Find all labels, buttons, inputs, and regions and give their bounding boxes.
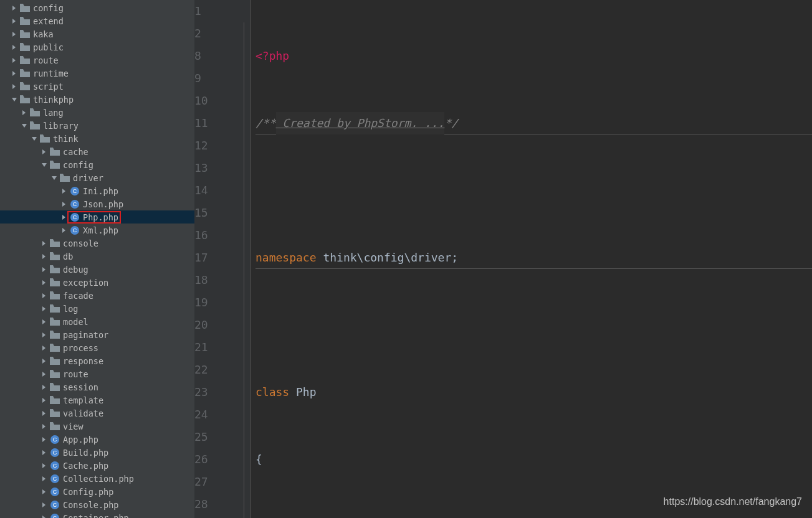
tree-item-kaka[interactable]: kaka (0, 27, 194, 40)
doc-comment-end: */ (444, 112, 458, 134)
line-number: 27 (194, 471, 227, 493)
chevron-right-icon[interactable] (41, 332, 47, 338)
chevron-right-icon[interactable] (41, 253, 47, 260)
line-number: 2 (194, 22, 227, 45)
tree-item-build-php[interactable]: CBuild.php (0, 446, 194, 459)
chevron-right-icon[interactable] (41, 384, 47, 390)
tree-item-label: facade (63, 291, 93, 301)
line-number: 26 (194, 448, 227, 471)
tree-item-app-php[interactable]: CApp.php (0, 433, 194, 446)
code-area[interactable]: <?php /** Created by PhpStorm. ...*/ nam… (251, 0, 812, 518)
tree-item-exception[interactable]: exception (0, 276, 194, 289)
chevron-right-icon[interactable] (41, 371, 47, 377)
php-file-icon: C (50, 435, 60, 445)
tree-item-think[interactable]: think (0, 132, 194, 145)
chevron-right-icon[interactable] (41, 280, 47, 286)
chevron-right-icon[interactable] (11, 31, 17, 37)
chevron-right-icon[interactable] (11, 5, 17, 11)
chevron-right-icon[interactable] (41, 266, 47, 273)
chevron-right-icon[interactable] (41, 515, 47, 519)
chevron-right-icon[interactable] (41, 502, 47, 508)
chevron-down-icon[interactable] (11, 97, 17, 103)
tree-item-console-php[interactable]: CConsole.php (0, 498, 194, 511)
tree-item-extend[interactable]: extend (0, 14, 194, 27)
chevron-right-icon[interactable] (11, 70, 17, 77)
tree-item-php-php[interactable]: CPhp.php (0, 210, 194, 224)
chevron-right-icon[interactable] (41, 319, 47, 325)
chevron-right-icon[interactable] (41, 149, 47, 155)
chevron-down-icon[interactable] (21, 123, 27, 129)
chevron-right-icon[interactable] (21, 110, 27, 116)
tree-item-config[interactable]: config (0, 1, 194, 14)
tree-item-route[interactable]: route (0, 54, 194, 67)
tree-item-driver[interactable]: driver (0, 171, 194, 184)
tree-item-template[interactable]: template (0, 393, 194, 407)
chevron-right-icon[interactable] (41, 293, 47, 299)
chevron-right-icon[interactable] (41, 306, 47, 312)
chevron-right-icon[interactable] (11, 44, 17, 50)
code-editor[interactable]: 1289101112131415161718192021222324252627… (194, 0, 812, 518)
tree-item-label: Xml.php (83, 225, 118, 235)
tree-item-model[interactable]: model (0, 315, 194, 328)
tree-item-view[interactable]: view (0, 420, 194, 433)
chevron-right-icon[interactable] (61, 227, 67, 233)
chevron-right-icon[interactable] (41, 476, 47, 482)
tree-item-cache-php[interactable]: CCache.php (0, 459, 194, 472)
project-tree[interactable]: configextendkakapublicrouteruntimescript… (0, 0, 194, 518)
line-number: 13 (194, 157, 227, 179)
folder-icon (50, 395, 60, 405)
tree-item-container-php[interactable]: CContainer.php (0, 511, 194, 518)
fold-gutter[interactable] (238, 0, 251, 518)
tree-item-xml-php[interactable]: CXml.php (0, 224, 194, 237)
chevron-right-icon[interactable] (41, 240, 47, 247)
chevron-right-icon[interactable] (41, 436, 47, 443)
tree-item-log[interactable]: log (0, 302, 194, 315)
tree-item-runtime[interactable]: runtime (0, 67, 194, 80)
tree-item-config[interactable]: config (0, 158, 194, 171)
chevron-right-icon[interactable] (61, 201, 67, 207)
tree-item-ini-php[interactable]: CIni.php (0, 184, 194, 197)
tree-item-public[interactable]: public (0, 40, 194, 54)
chevron-right-icon[interactable] (41, 489, 47, 495)
tree-item-session[interactable]: session (0, 380, 194, 393)
tree-item-script[interactable]: script (0, 80, 194, 93)
tree-item-label: view (63, 421, 84, 431)
folder-icon (20, 42, 30, 52)
var-config: $config (323, 516, 370, 518)
tree-item-label: Container.php (63, 513, 129, 519)
chevron-right-icon[interactable] (41, 450, 47, 456)
chevron-down-icon[interactable] (41, 162, 47, 168)
tree-item-config-php[interactable]: CConfig.php (0, 485, 194, 498)
tree-item-label: runtime (33, 68, 69, 78)
tree-item-label: thinkphp (33, 95, 74, 105)
chevron-down-icon[interactable] (51, 175, 57, 181)
tree-item-cache[interactable]: cache (0, 145, 194, 158)
tree-item-console[interactable]: console (0, 237, 194, 250)
tree-item-route[interactable]: route (0, 367, 194, 380)
tree-item-process[interactable]: process (0, 341, 194, 354)
chevron-right-icon[interactable] (61, 188, 67, 194)
tree-item-collection-php[interactable]: CCollection.php (0, 472, 194, 485)
tree-item-db[interactable]: db (0, 250, 194, 263)
chevron-right-icon[interactable] (11, 57, 17, 64)
tree-item-paginator[interactable]: paginator (0, 328, 194, 341)
chevron-right-icon[interactable] (41, 345, 47, 351)
tree-item-library[interactable]: library (0, 119, 194, 132)
chevron-right-icon[interactable] (61, 214, 67, 220)
tree-item-debug[interactable]: debug (0, 263, 194, 276)
chevron-down-icon[interactable] (31, 136, 37, 142)
chevron-right-icon[interactable] (11, 83, 17, 90)
chevron-right-icon[interactable] (11, 18, 17, 24)
chevron-right-icon[interactable] (41, 358, 47, 364)
tree-item-facade[interactable]: facade (0, 289, 194, 302)
chevron-right-icon[interactable] (41, 423, 47, 430)
tree-item-json-php[interactable]: CJson.php (0, 197, 194, 210)
chevron-right-icon[interactable] (41, 397, 47, 403)
chevron-right-icon[interactable] (41, 463, 47, 469)
chevron-right-icon[interactable] (41, 410, 47, 417)
tree-item-lang[interactable]: lang (0, 106, 194, 119)
svg-text:C: C (53, 476, 57, 482)
tree-item-validate[interactable]: validate (0, 407, 194, 420)
tree-item-thinkphp[interactable]: thinkphp (0, 93, 194, 106)
tree-item-response[interactable]: response (0, 354, 194, 367)
